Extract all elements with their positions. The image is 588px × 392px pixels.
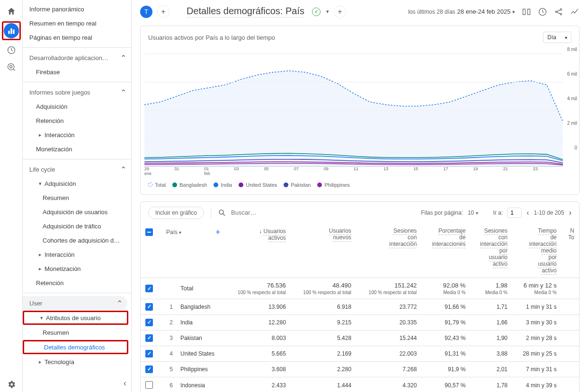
sidebar-top-1[interactable]: Resumen en tiempo real — [23, 16, 131, 30]
chevron-up-icon: ⌃ — [120, 53, 126, 62]
svg-rect-1 — [10, 28, 12, 34]
section-games[interactable]: Informes sobre juegos⌃ — [23, 85, 131, 99]
legend-item[interactable]: India — [214, 182, 232, 188]
svg-rect-6 — [523, 9, 526, 15]
topbar: T + Detalles demográficos: País ▾ + los … — [132, 0, 588, 24]
share-icon[interactable] — [554, 7, 563, 17]
sidebar-item-user-attributes[interactable]: ▾Atributos de usuario — [24, 312, 127, 323]
rows-per-page-select[interactable]: 10 ▾ — [468, 209, 478, 216]
collapse-sidebar-icon[interactable]: ‹ — [124, 378, 126, 388]
add-button[interactable]: + — [334, 6, 346, 18]
sidebar-life-1[interactable]: ▸Monetización — [23, 261, 131, 276]
goto-input[interactable] — [508, 208, 522, 218]
sidebar-games-3[interactable]: Monetización — [23, 142, 131, 156]
sidebar-dev-0[interactable]: Firebase — [23, 65, 131, 79]
column-header[interactable]: Sesionesconinteracción — [356, 224, 421, 278]
granularity-select[interactable]: Día▾ — [543, 32, 571, 43]
row-checkbox[interactable] — [145, 350, 153, 357]
user-attributes-highlight: ▾Atributos de usuario — [23, 311, 128, 325]
reports-icon[interactable] — [4, 23, 19, 38]
sidebar-life-0[interactable]: ▸Interacción — [23, 247, 131, 261]
prev-page-icon[interactable]: ‹ — [526, 209, 529, 217]
plot-toggle-button[interactable]: Incluir en gráfico — [148, 207, 204, 219]
sidebar-top-2[interactable]: Páginas en tiempo real — [23, 30, 131, 44]
table-row[interactable]: 6Indonesia 2.4331.4444.32090,57 %1,784 m… — [141, 377, 579, 392]
column-header[interactable]: Tiempodeinteracciónmedioporusuarioactivo — [512, 224, 561, 278]
legend-item[interactable]: Bangladesh — [172, 182, 207, 188]
column-header[interactable]: Porcentajedeinteracciones — [421, 224, 470, 278]
svg-point-10 — [560, 9, 561, 10]
y-axis-label: 4 mil — [567, 96, 577, 101]
row-checkbox[interactable] — [145, 319, 153, 326]
table-row[interactable]: 1Bangladesh 13.9066.91823.77291,66 %1,71… — [141, 299, 579, 314]
advertising-icon[interactable] — [4, 60, 19, 75]
sidebar-item-demographics[interactable]: Detalles demográficos — [24, 341, 127, 353]
settings-icon[interactable] — [4, 377, 19, 392]
compare-icon[interactable] — [522, 7, 531, 17]
legend-item[interactable]: Pakistan — [284, 182, 311, 188]
table-row[interactable]: 4United States 5.6652.16922.00391,31 %3,… — [141, 346, 579, 361]
row-checkbox[interactable] — [145, 334, 153, 342]
y-axis-label: 8 mil — [567, 47, 577, 52]
table-row[interactable]: 5Philippines 3.6082.2807.26891,9 %2,017 … — [141, 361, 579, 377]
svg-point-11 — [560, 13, 561, 15]
column-header[interactable]: Sesionesconinteracciónporusuarioactivo — [470, 224, 512, 278]
page-range: 1-10 de 205 — [534, 209, 564, 216]
property-badge[interactable]: T — [140, 6, 152, 18]
section-user[interactable]: User⌃ — [23, 296, 127, 310]
row-checkbox[interactable] — [145, 366, 153, 373]
sidebar-top-0[interactable]: Informe panorámico — [23, 2, 131, 16]
total-row: Total 76.536100 % respecto al total 48.4… — [141, 278, 579, 299]
sidebar-item-technology[interactable]: ▸Tecnología — [23, 355, 131, 369]
sidebar-acq-2[interactable]: Adquisición de tráfico — [23, 219, 131, 233]
total-checkbox[interactable] — [145, 285, 153, 292]
section-lifecycle[interactable]: Life cycle⌃ — [23, 162, 131, 176]
add-comparison-button[interactable]: + — [157, 6, 169, 18]
reports-highlight — [2, 21, 21, 40]
sidebar-life-2[interactable]: Retención — [23, 276, 131, 290]
sidebar-games-0[interactable]: Adquisición — [23, 99, 131, 113]
column-header[interactable]: ↓Usuariosactivos — [225, 224, 291, 278]
section-developer[interactable]: Desarrolladorde aplicacion…⌃ — [23, 51, 131, 65]
rows-per-page-label: Filas por página: — [421, 209, 463, 216]
status-ok-icon[interactable] — [312, 8, 321, 16]
table-row[interactable]: 3Pakistan 8.0035.42815.24492,43 %1,902 m… — [141, 330, 579, 346]
home-icon[interactable] — [4, 4, 19, 19]
legend-item[interactable]: Philippines — [317, 182, 349, 188]
country-header[interactable]: País ▾ — [166, 229, 181, 235]
data-table: País ▾+↓UsuariosactivosUsuariosnuevosSes… — [141, 224, 579, 392]
sidebar-acq-0[interactable]: Resumen — [23, 191, 131, 205]
insights-icon[interactable] — [570, 7, 579, 17]
table-row[interactable]: 2India 12.2809.21520.33591,79 %1,663 min… — [141, 314, 579, 330]
caret-down-icon: ▾ — [36, 181, 45, 187]
row-checkbox[interactable] — [145, 303, 153, 311]
legend-item[interactable]: Total — [148, 182, 166, 188]
sidebar-games-2[interactable]: ▸Interacción — [23, 128, 131, 142]
sidebar-item-acquisition[interactable]: ▾Adquisición — [23, 176, 131, 191]
svg-point-4 — [8, 64, 14, 70]
caret-icon: ▸ — [36, 252, 45, 258]
sidebar-acq-1[interactable]: Adquisición de usuarios — [23, 205, 131, 219]
legend-item[interactable]: United States — [239, 182, 277, 188]
next-page-icon[interactable]: › — [569, 209, 571, 217]
row-checkbox[interactable] — [145, 381, 153, 389]
table-card: Incluir en gráfico Filas por página: 10 … — [140, 201, 579, 392]
sidebar-games-1[interactable]: Retención — [23, 113, 131, 128]
page-title: Detalles demográficos: País — [187, 6, 304, 17]
explore-icon[interactable] — [4, 43, 19, 58]
sidebar: Informe panorámicoResumen en tiempo real… — [23, 0, 132, 392]
chevron-up-icon: ⌃ — [120, 165, 126, 174]
select-all-checkbox[interactable] — [145, 228, 153, 236]
title-dropdown-icon[interactable]: ▾ — [326, 9, 329, 15]
caret-right-icon: ▸ — [36, 359, 45, 365]
search-input[interactable] — [230, 209, 414, 217]
realtime-icon[interactable] — [538, 7, 547, 17]
column-header[interactable]: Usuariosnuevos — [291, 224, 356, 278]
column-header[interactable]: NTo — [561, 224, 579, 278]
sidebar-acq-3[interactable]: Cohortes de adquisición d… — [23, 233, 131, 247]
add-dimension-button[interactable]: + — [215, 227, 221, 237]
svg-point-9 — [555, 11, 557, 12]
date-range-picker[interactable]: los últimos 28 días28 ene-24 feb 2025 ▾ — [408, 8, 515, 15]
sidebar-item-summary[interactable]: Resumen — [23, 325, 131, 340]
chart-plot[interactable]: 8 mil6 mil4 mil2 mil0 — [141, 49, 579, 167]
